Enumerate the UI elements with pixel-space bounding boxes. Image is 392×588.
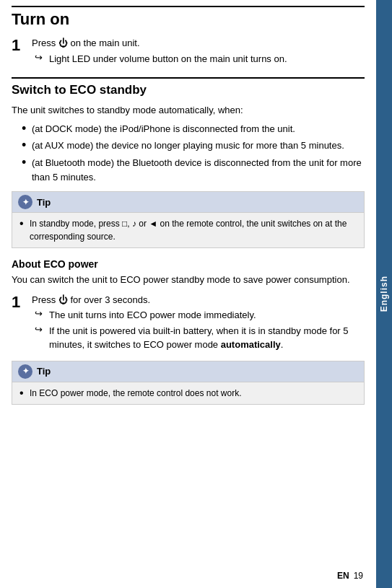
tip-box-2: ✦ Tip • In ECO power mode, the remote co… xyxy=(12,361,365,405)
eco-step-1-main: Press ⏻ for over 3 seconds. xyxy=(32,293,365,307)
eco-arrow-2: ↪ If the unit is powered via built-in ba… xyxy=(32,324,365,352)
turn-on-section: Turn on 1 Press ⏻ on the main unit. ↪ Li… xyxy=(12,6,365,66)
tip-body-1: • In standby mode, press □, ♪ or ◄ on th… xyxy=(12,213,364,247)
tip-text-2: In ECO power mode, the remote control do… xyxy=(30,387,241,400)
eco-arrow-text-1: The unit turns into ECO power mode immed… xyxy=(49,308,256,322)
tip-text-1: In standby mode, press □, ♪ or ◄ on the … xyxy=(30,217,357,243)
step-1-body: Press ⏻ on the main unit. ↪ Light LED un… xyxy=(32,36,365,66)
tip-body-2: • In ECO power mode, the remote control … xyxy=(12,382,364,404)
eco-power-section: About ECO power You can switch the unit … xyxy=(12,258,365,405)
tip-header-2: ✦ Tip xyxy=(12,361,364,382)
side-tab: English xyxy=(376,0,392,588)
tip-box-1: ✦ Tip • In standby mode, press □, ♪ or ◄… xyxy=(12,191,365,248)
about-eco-text: You can switch the unit to ECO power sta… xyxy=(12,273,365,287)
eco-bullet-2: • (at AUX mode) the device no longer pla… xyxy=(22,139,365,153)
eco-standby-intro: The unit switches to standby mode automa… xyxy=(12,103,365,118)
eco-arrow-sym-2: ↪ xyxy=(35,324,48,335)
auto-bold: automatically xyxy=(221,339,281,350)
tip-bullet-dot-1: • xyxy=(19,217,30,230)
step-1-arrow-text: Light LED under volume button on the mai… xyxy=(49,52,287,66)
footer-page: 19 xyxy=(354,571,363,581)
step-1-row: 1 Press ⏻ on the main unit. ↪ Light LED … xyxy=(12,36,365,66)
bullet-dot-2: • xyxy=(22,139,32,153)
eco-bullet-3-text: (at Bluetooth mode) the Bluetooth device… xyxy=(32,156,365,184)
step-1-number: 1 xyxy=(12,36,32,55)
eco-standby-title: Switch to ECO standby xyxy=(12,83,365,97)
bullet-dot-1: • xyxy=(22,122,32,136)
arrow-symbol: ↪ xyxy=(35,52,48,63)
turn-on-title: Turn on xyxy=(12,10,365,29)
tip-icon-1: ✦ xyxy=(18,195,32,209)
about-eco-title: About ECO power xyxy=(12,258,365,270)
footer: EN 19 xyxy=(337,571,363,581)
eco-bullet-3: • (at Bluetooth mode) the Bluetooth devi… xyxy=(22,156,365,184)
side-tab-label: English xyxy=(379,276,389,312)
tip-icon-2: ✦ xyxy=(18,364,32,379)
tip-label-1: Tip xyxy=(37,197,51,208)
eco-bullet-2-text: (at AUX mode) the device no longer playi… xyxy=(32,139,344,153)
step-1-main-text: Press ⏻ on the main unit. xyxy=(32,36,365,51)
eco-step-1-row: 1 Press ⏻ for over 3 seconds. ↪ The unit… xyxy=(12,293,365,352)
eco-standby-section: Switch to ECO standby The unit switches … xyxy=(12,77,365,248)
eco-arrow-sym-1: ↪ xyxy=(35,308,48,319)
tip-header-1: ✦ Tip xyxy=(12,192,364,213)
eco-bullet-1: • (at DOCK mode) the iPod/iPhone is disc… xyxy=(22,122,365,136)
eco-arrow-text-2: If the unit is powered via built-in batt… xyxy=(49,324,365,352)
tip-label-2: Tip xyxy=(37,366,51,377)
step-1-arrow-item: ↪ Light LED under volume button on the m… xyxy=(32,52,365,66)
eco-step-1-number: 1 xyxy=(12,293,32,312)
main-content: Turn on 1 Press ⏻ on the main unit. ↪ Li… xyxy=(0,0,376,588)
tip-bullet-1: • In standby mode, press □, ♪ or ◄ on th… xyxy=(19,217,357,243)
footer-lang: EN xyxy=(337,571,349,581)
eco-bullet-1-text: (at DOCK mode) the iPod/iPhone is discon… xyxy=(32,122,295,136)
bullet-dot-3: • xyxy=(22,156,32,170)
eco-step-1-body: Press ⏻ for over 3 seconds. ↪ The unit t… xyxy=(32,293,365,352)
page-wrapper: Turn on 1 Press ⏻ on the main unit. ↪ Li… xyxy=(0,0,392,588)
tip-bullet-2: • In ECO power mode, the remote control … xyxy=(19,387,357,400)
eco-bullets: • (at DOCK mode) the iPod/iPhone is disc… xyxy=(12,122,365,185)
eco-arrow-1: ↪ The unit turns into ECO power mode imm… xyxy=(32,308,365,322)
tip-bullet-dot-2: • xyxy=(19,387,30,400)
